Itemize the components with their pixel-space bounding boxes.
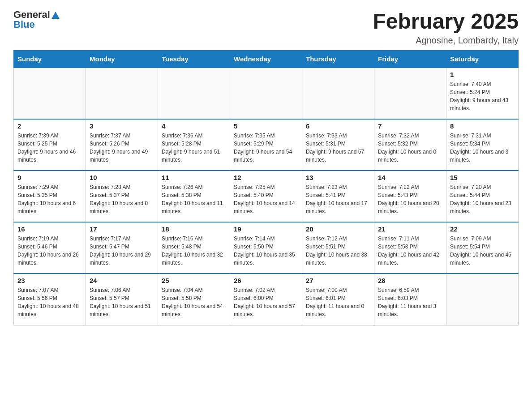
day-number: 7 (378, 122, 442, 130)
day-number: 2 (17, 122, 82, 130)
logo-blue: Blue (13, 19, 35, 30)
calendar-week-2: 2Sunrise: 7:39 AMSunset: 5:25 PMDaylight… (14, 119, 519, 171)
table-row: 14Sunrise: 7:22 AMSunset: 5:43 PMDayligh… (374, 171, 446, 222)
day-info: Sunrise: 7:33 AMSunset: 5:31 PMDaylight:… (306, 132, 370, 164)
day-info: Sunrise: 7:07 AMSunset: 5:56 PMDaylight:… (17, 286, 82, 318)
day-info: Sunrise: 7:26 AMSunset: 5:38 PMDaylight:… (162, 183, 226, 215)
table-row: 21Sunrise: 7:11 AMSunset: 5:53 PMDayligh… (374, 222, 446, 274)
logo: General Blue (13, 9, 60, 30)
location: Agnosine, Lombardy, Italy (373, 35, 519, 46)
table-row: 8Sunrise: 7:31 AMSunset: 5:34 PMDaylight… (446, 119, 519, 171)
table-row (14, 68, 86, 119)
day-info: Sunrise: 7:12 AMSunset: 5:51 PMDaylight:… (306, 235, 370, 267)
table-row: 15Sunrise: 7:20 AMSunset: 5:44 PMDayligh… (446, 171, 519, 222)
table-row (158, 68, 230, 119)
day-number: 17 (90, 225, 154, 233)
col-monday: Monday (86, 51, 158, 68)
day-info: Sunrise: 7:40 AMSunset: 5:24 PMDaylight:… (450, 80, 515, 112)
day-number: 22 (450, 225, 515, 233)
table-row: 16Sunrise: 7:19 AMSunset: 5:46 PMDayligh… (14, 222, 86, 274)
day-number: 25 (162, 277, 226, 284)
day-number: 10 (90, 174, 154, 181)
col-wednesday: Wednesday (230, 51, 302, 68)
day-info: Sunrise: 7:09 AMSunset: 5:54 PMDaylight:… (450, 235, 515, 267)
day-number: 16 (17, 225, 82, 233)
day-info: Sunrise: 7:28 AMSunset: 5:37 PMDaylight:… (90, 183, 154, 215)
day-info: Sunrise: 7:31 AMSunset: 5:34 PMDaylight:… (450, 132, 515, 164)
col-sunday: Sunday (14, 51, 86, 68)
table-row: 9Sunrise: 7:29 AMSunset: 5:35 PMDaylight… (14, 171, 86, 222)
day-number: 20 (306, 225, 370, 233)
table-row: 25Sunrise: 7:04 AMSunset: 5:58 PMDayligh… (158, 274, 230, 325)
day-number: 5 (234, 122, 298, 130)
day-number: 9 (17, 174, 82, 181)
table-row: 22Sunrise: 7:09 AMSunset: 5:54 PMDayligh… (446, 222, 519, 274)
title-block: February 2025 Agnosine, Lombardy, Italy (373, 9, 519, 46)
day-number: 12 (234, 174, 298, 181)
calendar-week-4: 16Sunrise: 7:19 AMSunset: 5:46 PMDayligh… (14, 222, 519, 274)
day-info: Sunrise: 7:23 AMSunset: 5:41 PMDaylight:… (306, 183, 370, 215)
day-info: Sunrise: 7:32 AMSunset: 5:32 PMDaylight:… (378, 132, 442, 164)
calendar-table: Sunday Monday Tuesday Wednesday Thursday… (13, 50, 519, 325)
day-info: Sunrise: 7:02 AMSunset: 6:00 PMDaylight:… (234, 286, 298, 318)
day-info: Sunrise: 7:17 AMSunset: 5:47 PMDaylight:… (90, 235, 154, 267)
col-saturday: Saturday (446, 51, 519, 68)
day-info: Sunrise: 7:16 AMSunset: 5:48 PMDaylight:… (162, 235, 226, 267)
page-header: General Blue February 2025 Agnosine, Lom… (13, 9, 519, 46)
day-info: Sunrise: 7:04 AMSunset: 5:58 PMDaylight:… (162, 286, 226, 318)
day-info: Sunrise: 7:39 AMSunset: 5:25 PMDaylight:… (17, 132, 82, 164)
day-number: 18 (162, 225, 226, 233)
table-row: 3Sunrise: 7:37 AMSunset: 5:26 PMDaylight… (86, 119, 158, 171)
table-row: 24Sunrise: 7:06 AMSunset: 5:57 PMDayligh… (86, 274, 158, 325)
table-row: 23Sunrise: 7:07 AMSunset: 5:56 PMDayligh… (14, 274, 86, 325)
day-info: Sunrise: 7:00 AMSunset: 6:01 PMDaylight:… (306, 286, 370, 318)
day-number: 8 (450, 122, 515, 130)
day-info: Sunrise: 7:22 AMSunset: 5:43 PMDaylight:… (378, 183, 442, 215)
day-info: Sunrise: 6:59 AMSunset: 6:03 PMDaylight:… (378, 286, 442, 318)
col-friday: Friday (374, 51, 446, 68)
day-number: 15 (450, 174, 515, 181)
table-row: 6Sunrise: 7:33 AMSunset: 5:31 PMDaylight… (302, 119, 374, 171)
calendar-week-3: 9Sunrise: 7:29 AMSunset: 5:35 PMDaylight… (14, 171, 519, 222)
table-row (374, 68, 446, 119)
day-number: 13 (306, 174, 370, 181)
table-row: 10Sunrise: 7:28 AMSunset: 5:37 PMDayligh… (86, 171, 158, 222)
table-row: 12Sunrise: 7:25 AMSunset: 5:40 PMDayligh… (230, 171, 302, 222)
table-row (446, 274, 519, 325)
day-info: Sunrise: 7:37 AMSunset: 5:26 PMDaylight:… (90, 132, 154, 164)
table-row: 18Sunrise: 7:16 AMSunset: 5:48 PMDayligh… (158, 222, 230, 274)
table-row: 17Sunrise: 7:17 AMSunset: 5:47 PMDayligh… (86, 222, 158, 274)
day-info: Sunrise: 7:35 AMSunset: 5:29 PMDaylight:… (234, 132, 298, 164)
day-number: 4 (162, 122, 226, 130)
table-row: 2Sunrise: 7:39 AMSunset: 5:25 PMDaylight… (14, 119, 86, 171)
day-number: 26 (234, 277, 298, 284)
day-number: 6 (306, 122, 370, 130)
day-info: Sunrise: 7:19 AMSunset: 5:46 PMDaylight:… (17, 235, 82, 267)
day-info: Sunrise: 7:25 AMSunset: 5:40 PMDaylight:… (234, 183, 298, 215)
day-number: 19 (234, 225, 298, 233)
day-number: 1 (450, 71, 515, 78)
table-row: 20Sunrise: 7:12 AMSunset: 5:51 PMDayligh… (302, 222, 374, 274)
logo-triangle-icon (51, 12, 60, 19)
day-number: 23 (17, 277, 82, 284)
table-row: 1Sunrise: 7:40 AMSunset: 5:24 PMDaylight… (446, 68, 519, 119)
day-info: Sunrise: 7:06 AMSunset: 5:57 PMDaylight:… (90, 286, 154, 318)
table-row (86, 68, 158, 119)
calendar-week-5: 23Sunrise: 7:07 AMSunset: 5:56 PMDayligh… (14, 274, 519, 325)
day-number: 28 (378, 277, 442, 284)
day-info: Sunrise: 7:11 AMSunset: 5:53 PMDaylight:… (378, 235, 442, 267)
table-row: 5Sunrise: 7:35 AMSunset: 5:29 PMDaylight… (230, 119, 302, 171)
day-number: 14 (378, 174, 442, 181)
day-number: 21 (378, 225, 442, 233)
day-info: Sunrise: 7:36 AMSunset: 5:28 PMDaylight:… (162, 132, 226, 164)
day-number: 3 (90, 122, 154, 130)
day-info: Sunrise: 7:20 AMSunset: 5:44 PMDaylight:… (450, 183, 515, 215)
day-info: Sunrise: 7:14 AMSunset: 5:50 PMDaylight:… (234, 235, 298, 267)
table-row: 28Sunrise: 6:59 AMSunset: 6:03 PMDayligh… (374, 274, 446, 325)
table-row (302, 68, 374, 119)
calendar-header-row: Sunday Monday Tuesday Wednesday Thursday… (14, 51, 519, 68)
table-row: 4Sunrise: 7:36 AMSunset: 5:28 PMDaylight… (158, 119, 230, 171)
table-row: 11Sunrise: 7:26 AMSunset: 5:38 PMDayligh… (158, 171, 230, 222)
table-row: 13Sunrise: 7:23 AMSunset: 5:41 PMDayligh… (302, 171, 374, 222)
day-info: Sunrise: 7:29 AMSunset: 5:35 PMDaylight:… (17, 183, 82, 215)
